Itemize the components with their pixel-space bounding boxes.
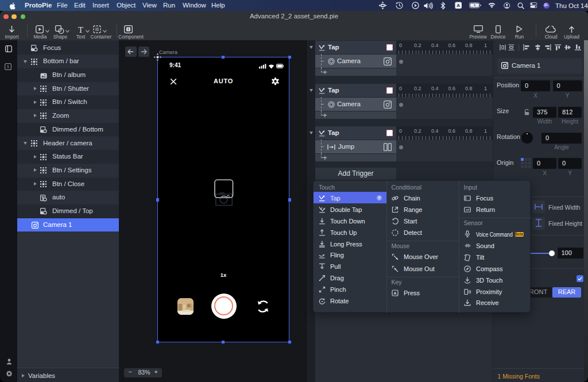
svg-text:A: A — [457, 3, 460, 8]
svg-text:T: T — [78, 25, 84, 33]
